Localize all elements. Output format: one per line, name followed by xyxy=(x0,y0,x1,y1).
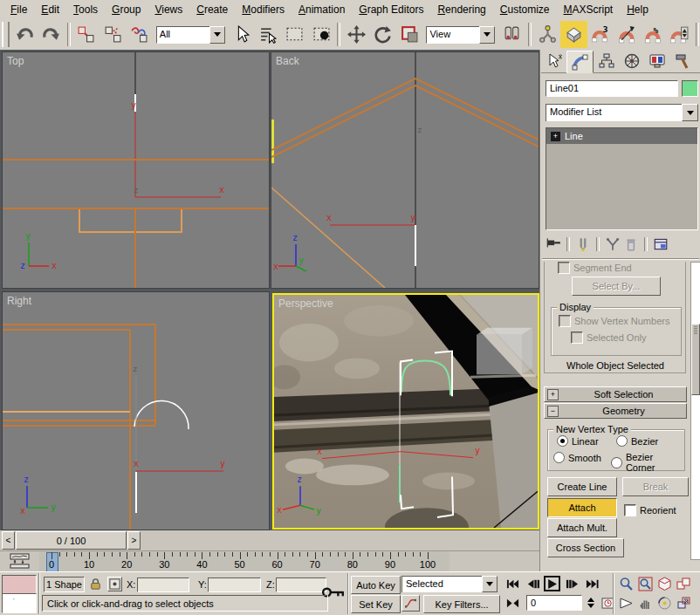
radio-icon[interactable] xyxy=(553,452,565,463)
select-and-move-icon[interactable] xyxy=(343,21,369,48)
next-frame-button[interactable] xyxy=(564,577,580,591)
menu-customize[interactable]: Customize xyxy=(493,2,557,17)
menu-views[interactable]: Views xyxy=(148,2,189,17)
menu-maxscript[interactable]: MAXScript xyxy=(557,2,621,17)
unlink-selection-icon[interactable] xyxy=(100,21,126,48)
pin-stack-icon[interactable] xyxy=(546,236,561,252)
maxscript-mini-listener-white[interactable]: ' xyxy=(2,593,37,613)
time-slider-prev-button[interactable]: < xyxy=(2,531,15,550)
bind-to-space-warp-icon[interactable] xyxy=(126,21,152,48)
dropdown-arrow-icon[interactable] xyxy=(479,26,495,44)
show-end-result-icon[interactable] xyxy=(575,236,591,252)
create-line-button[interactable]: Create Line xyxy=(547,477,617,496)
checkbox-icon[interactable] xyxy=(624,504,636,516)
track-bar-ruler[interactable]: 0102030405060708090100 xyxy=(39,551,450,572)
configure-modifier-sets-icon[interactable] xyxy=(653,236,669,252)
min-max-toggle-icon[interactable] xyxy=(675,594,692,612)
tab-utilities-icon[interactable] xyxy=(669,51,695,72)
play-animation-button[interactable] xyxy=(544,576,560,591)
y-coord-field[interactable] xyxy=(208,577,261,592)
tab-display-icon[interactable] xyxy=(644,51,669,72)
scrollbar-thumb[interactable] xyxy=(691,324,700,395)
segment-end-checkbox[interactable]: Segment End xyxy=(558,262,632,274)
key-filters-button[interactable]: Key Filters... xyxy=(423,595,500,613)
field-of-view-icon[interactable] xyxy=(617,594,635,612)
viewport-right[interactable]: z x y z x y Right xyxy=(2,291,270,530)
reference-coordinate-system-dropdown[interactable]: View xyxy=(426,26,495,44)
menu-help[interactable]: Help xyxy=(620,2,655,17)
collapse-minus-icon[interactable]: − xyxy=(547,406,559,417)
spinner-snap-toggle-icon[interactable] xyxy=(667,21,693,48)
dropdown-arrow-icon[interactable] xyxy=(482,576,498,592)
soft-selection-rollout-header[interactable]: + Soft Selection xyxy=(544,386,687,402)
object-color-swatch[interactable] xyxy=(682,80,698,97)
undo-icon[interactable] xyxy=(11,21,38,48)
menu-group[interactable]: Group xyxy=(105,2,148,17)
zoom-icon[interactable] xyxy=(617,575,635,592)
x-coord-field[interactable] xyxy=(137,577,189,592)
vertex-type-smooth-radio[interactable]: Smooth xyxy=(553,452,601,463)
current-frame-field[interactable]: 0 xyxy=(526,595,582,611)
menu-modifiers[interactable]: Modifiers xyxy=(235,2,292,17)
keyboard-shortcut-override-toggle[interactable] xyxy=(560,21,587,48)
pan-view-icon[interactable] xyxy=(636,594,654,612)
select-by-name-icon[interactable] xyxy=(255,21,281,48)
auto-key-button[interactable]: Auto Key xyxy=(351,576,401,594)
time-slider-next-button[interactable]: > xyxy=(127,531,141,550)
dropdown-arrow-icon[interactable] xyxy=(209,26,225,44)
reorient-checkbox[interactable]: Reorient xyxy=(624,504,676,516)
expand-plus-icon[interactable]: + xyxy=(547,389,559,400)
zoom-extents-icon[interactable] xyxy=(655,575,673,592)
menu-rendering[interactable]: Rendering xyxy=(430,2,492,17)
time-slider-thumb[interactable]: 0 / 100 xyxy=(16,531,127,550)
menu-file[interactable]: File xyxy=(3,2,34,17)
select-object-icon[interactable] xyxy=(229,21,255,48)
window-crossing-icon[interactable] xyxy=(308,21,334,48)
tab-modify-icon[interactable] xyxy=(566,51,594,73)
modifier-stack-line-item[interactable]: + Line xyxy=(546,128,697,144)
checkbox-icon[interactable] xyxy=(558,262,570,274)
show-vertex-numbers-checkbox[interactable]: Show Vertex Numbers xyxy=(559,315,669,327)
menu-graph-editors[interactable]: Graph Editors xyxy=(352,2,430,17)
frame-spinner[interactable] xyxy=(585,595,596,611)
break-button[interactable]: Break xyxy=(622,477,689,496)
selected-only-checkbox[interactable]: Selected Only xyxy=(571,331,646,344)
modifier-stack[interactable]: + Line xyxy=(546,127,698,230)
remove-modifier-icon[interactable] xyxy=(623,236,639,252)
snaps-toggle-3d-icon[interactable]: 3 xyxy=(587,21,614,48)
set-key-button[interactable]: Set Key xyxy=(351,595,401,613)
rectangular-selection-region-icon[interactable] xyxy=(282,21,308,48)
viewport-back[interactable]: x y z z x y Back xyxy=(271,51,539,289)
geometry-rollout-header[interactable]: − Geometry xyxy=(544,403,687,419)
z-coord-field[interactable] xyxy=(276,577,326,592)
arc-rotate-icon[interactable] xyxy=(655,594,673,612)
viewport-top[interactable]: x y z y x z Top xyxy=(2,51,270,289)
default-in-out-tangents-icon[interactable] xyxy=(401,595,420,612)
percent-snap-toggle-icon[interactable]: % xyxy=(640,21,666,48)
modifier-list-dropdown[interactable]: Modifier List xyxy=(546,104,698,121)
vertex-type-bezier-radio[interactable]: Bezier xyxy=(616,435,658,447)
checkbox-icon[interactable] xyxy=(559,315,571,327)
attach-mult-button[interactable]: Attach Mult. xyxy=(547,518,617,537)
selection-filter-dropdown[interactable]: All xyxy=(156,26,225,44)
viewport-perspective[interactable]: x y z x y Perspective xyxy=(272,293,539,530)
menu-edit[interactable]: Edit xyxy=(34,2,66,17)
dropdown-arrow-icon[interactable] xyxy=(682,104,698,121)
open-mini-curve-editor-icon[interactable] xyxy=(5,553,35,570)
attach-button[interactable]: Attach xyxy=(547,498,617,517)
angle-snap-toggle-icon[interactable] xyxy=(614,21,640,48)
selection-lock-icon[interactable] xyxy=(88,576,103,592)
go-to-end-button[interactable] xyxy=(584,577,600,591)
go-to-start-button[interactable] xyxy=(504,577,521,591)
checkbox-icon[interactable] xyxy=(571,331,583,344)
vertex-type-linear-radio[interactable]: Linear xyxy=(557,435,599,447)
vertex-type-bezier-corner-radio[interactable]: Bezier Corner xyxy=(611,452,684,473)
select-and-rotate-icon[interactable] xyxy=(370,21,396,48)
select-and-link-icon[interactable] xyxy=(73,21,100,48)
key-filter-scope-dropdown[interactable]: Selected xyxy=(401,576,498,592)
tab-motion-icon[interactable] xyxy=(619,51,644,72)
zoom-all-icon[interactable] xyxy=(636,575,654,592)
cross-section-button[interactable]: Cross Section xyxy=(547,538,624,557)
redo-icon[interactable] xyxy=(38,21,64,48)
radio-icon[interactable] xyxy=(616,435,628,447)
